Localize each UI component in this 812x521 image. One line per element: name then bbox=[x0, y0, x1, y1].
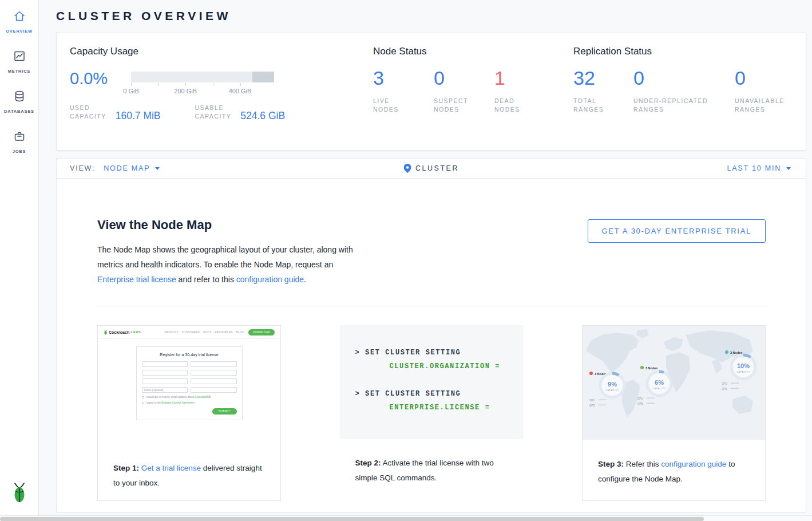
node-status-section: Node Status 3 LIVE NODES 0 SUSPECT NODES… bbox=[373, 46, 573, 150]
used-capacity-stat: USED CAPACITY 160.7 MiB bbox=[70, 104, 161, 121]
sidebar-item-metrics[interactable]: METRICS bbox=[0, 49, 38, 74]
locality-dot bbox=[725, 350, 728, 354]
suspect-nodes-stat: 0 SUSPECT NODES bbox=[434, 67, 494, 114]
enterprise-trial-button[interactable]: GET A 30-DAY ENTERPRISE TRIAL bbox=[588, 219, 766, 243]
node-map-intro: View the Node Map The Node Map shows the… bbox=[97, 218, 366, 287]
view-selector[interactable]: VIEW: NODE MAP bbox=[57, 164, 160, 172]
stat-label: CPU bbox=[637, 397, 643, 400]
databases-icon bbox=[13, 89, 26, 105]
code-line-setting: CLUSTER.ORGANIZATION = bbox=[390, 362, 524, 370]
sidebar-item-overview[interactable]: OVERVIEW bbox=[0, 9, 38, 34]
sidebar-item-label: OVERVIEW bbox=[6, 29, 33, 34]
configuration-guide-link[interactable]: configuration guide bbox=[661, 460, 726, 468]
stat-label: QPS bbox=[637, 402, 643, 405]
sidebar-item-jobs[interactable]: JOBS bbox=[0, 129, 38, 154]
view-label: VIEW: bbox=[70, 164, 95, 172]
locality-label: 3 Nodes bbox=[645, 366, 657, 370]
horizontal-scrollbar[interactable] bbox=[0, 515, 812, 521]
app: OVERVIEW METRICS DATABASES JOBS bbox=[0, 0, 812, 515]
step-1-card: Cockroach LABS PRODUCTCUSTOMERSDOCSRESOU… bbox=[97, 325, 281, 501]
capacity-usage-title: Capacity Usage bbox=[70, 46, 373, 57]
code-line: > SET CLUSTER SETTING bbox=[355, 390, 524, 398]
usable-capacity-label: USABLE CAPACITY bbox=[195, 104, 232, 121]
sidebar: OVERVIEW METRICS DATABASES JOBS bbox=[0, 0, 39, 515]
checkbox-icon bbox=[142, 402, 144, 404]
replication-status-title: Replication Status bbox=[573, 46, 806, 57]
scrollbar-thumb[interactable] bbox=[0, 517, 704, 521]
chevron-down-icon bbox=[155, 167, 160, 170]
step-text: Refer this bbox=[624, 460, 661, 468]
section-divider bbox=[97, 306, 766, 306]
replication-status-section: Replication Status 32 TOTAL RANGES 0 UND… bbox=[573, 46, 806, 150]
view-value: NODE MAP bbox=[104, 164, 150, 172]
description-text: The Node Map shows the geographical layo… bbox=[97, 245, 353, 269]
axis-tick-label: 400 GiB bbox=[229, 88, 252, 94]
mini-form-title: Register for a 30-day trial license bbox=[142, 353, 237, 357]
get-trial-license-link[interactable]: Get a trial license bbox=[141, 464, 201, 472]
live-nodes-stat: 3 LIVE NODES bbox=[373, 67, 434, 114]
capacity-percent: 0.0% bbox=[70, 69, 131, 88]
capacity-usage-section: Capacity Usage 0.0% 0 GiB bbox=[70, 46, 373, 150]
capacity-axis: 0 GiB 200 GiB 400 GiB bbox=[131, 83, 274, 97]
gauge-label: CAPACITY bbox=[605, 389, 619, 392]
node-map-title: View the Node Map bbox=[97, 218, 366, 232]
under-replicated-ranges-value: 0 bbox=[633, 67, 735, 89]
node-map-description: The Node Map shows the geographical layo… bbox=[97, 242, 366, 287]
unavailable-ranges-label: UNAVAILABLE RANGES bbox=[735, 97, 785, 114]
step-1-caption: Step 1: Get a trial license delivered st… bbox=[98, 444, 280, 491]
sidebar-item-databases[interactable]: DATABASES bbox=[0, 89, 38, 114]
cockroach-logo[interactable] bbox=[11, 482, 27, 506]
mini-checkbox-row: I agree to the Software License Agreemen… bbox=[142, 401, 237, 404]
capacity-bar-reserved-segment bbox=[252, 72, 274, 82]
metrics-icon bbox=[13, 49, 26, 65]
capacity-bar bbox=[131, 72, 274, 82]
description-text: and refer to this bbox=[176, 275, 236, 284]
sidebar-item-label: JOBS bbox=[13, 149, 26, 154]
description-text: . bbox=[304, 275, 306, 284]
used-capacity-value: 160.7 MiB bbox=[116, 110, 161, 122]
step-3-card: 3 Nodes 9% CAPACITY CPU QPS 3 Nodes bbox=[582, 325, 766, 501]
mini-phone-field: Phone (Optional) bbox=[142, 387, 188, 393]
stat-label: QPS bbox=[589, 404, 595, 407]
sidebar-item-label: DATABASES bbox=[4, 109, 34, 114]
locality-dot bbox=[640, 366, 644, 369]
view-bar: VIEW: NODE MAP CLUSTER LAST 10 MIN bbox=[56, 158, 806, 179]
configuration-guide-link[interactable]: configuration guide bbox=[236, 275, 304, 284]
mini-download-button: DOWNLOAD bbox=[248, 329, 275, 336]
mini-brand-suffix: LABS bbox=[130, 330, 141, 334]
usable-capacity-value: 524.6 GiB bbox=[240, 110, 285, 122]
location-label: CLUSTER bbox=[415, 164, 459, 172]
sql-commands-thumbnail: > SET CLUSTER SETTING CLUSTER.ORGANIZATI… bbox=[340, 325, 524, 439]
capacity-bar-chart: 0 GiB 200 GiB 400 GiB bbox=[131, 69, 274, 97]
main-content: CLUSTER OVERVIEW Capacity Usage 0.0% bbox=[39, 0, 812, 515]
live-nodes-label: LIVE NODES bbox=[373, 97, 434, 114]
jobs-icon bbox=[13, 129, 26, 145]
time-range-selector[interactable]: LAST 10 MIN bbox=[727, 164, 806, 172]
checkbox-icon bbox=[142, 396, 144, 398]
mini-submit-button: SUBMIT bbox=[212, 408, 237, 415]
node-map-thumbnail: 3 Nodes 9% CAPACITY CPU QPS 3 Nodes bbox=[583, 326, 765, 440]
home-icon bbox=[13, 9, 26, 25]
code-line-setting: ENTERPRISE.LICENSE = bbox=[390, 404, 524, 412]
step-label: Step 3: bbox=[598, 460, 624, 468]
location-breadcrumb[interactable]: CLUSTER bbox=[403, 164, 459, 173]
gauge-percent: 6% bbox=[655, 379, 664, 386]
axis-tick-label: 200 GiB bbox=[174, 88, 197, 94]
step-3-caption: Step 3: Refer this configuration guide t… bbox=[583, 440, 765, 487]
step-label: Step 1: bbox=[113, 464, 139, 472]
enterprise-trial-license-link[interactable]: Enterprise trial license bbox=[97, 275, 176, 284]
code-line: > SET CLUSTER SETTING bbox=[355, 349, 524, 357]
mini-brand-text: Cockroach bbox=[109, 330, 129, 334]
live-nodes-value: 3 bbox=[373, 67, 434, 89]
axis-tick-label: 0 GiB bbox=[123, 88, 139, 94]
stat-label: CPU bbox=[722, 382, 727, 385]
mini-cockroach-logo: Cockroach LABS bbox=[104, 330, 141, 335]
total-ranges-value: 32 bbox=[573, 67, 633, 89]
node-status-title: Node Status bbox=[373, 46, 573, 57]
mini-checkbox-row: I would like to receive email updates ab… bbox=[142, 396, 237, 398]
mini-trial-form: Register for a 30-day trial license Phon… bbox=[136, 346, 243, 420]
step-label: Step 2: bbox=[355, 459, 381, 467]
dead-nodes-stat: 1 DEAD NODES bbox=[494, 67, 555, 114]
cluster-summary-card: Capacity Usage 0.0% 0 GiB bbox=[56, 33, 806, 151]
dead-nodes-value: 1 bbox=[494, 67, 555, 89]
